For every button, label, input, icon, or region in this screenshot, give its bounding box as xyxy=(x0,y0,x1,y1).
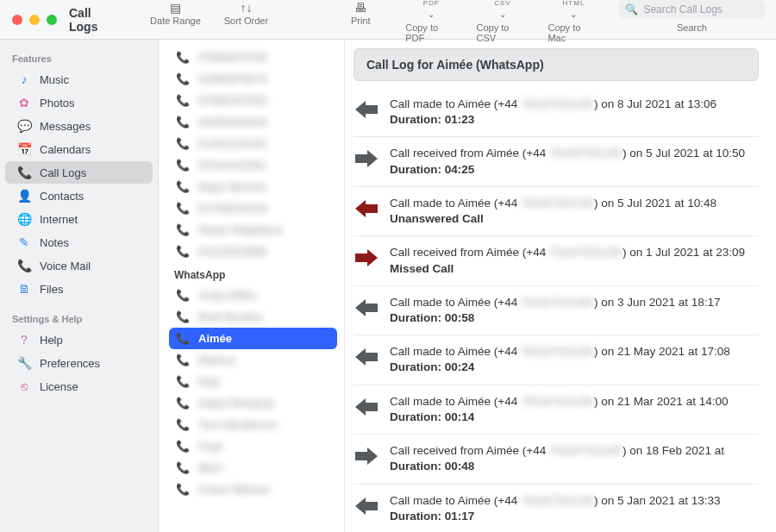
sidebar-item-label: Notes xyxy=(40,236,69,249)
contact-label: 01423010856 xyxy=(198,245,267,258)
sort-icon: ↑↓ xyxy=(240,0,252,16)
contact-row[interactable]: 📞Andy Giffen xyxy=(169,285,337,306)
outgoing-arrow-icon xyxy=(355,199,378,218)
contact-row[interactable]: 📞01423010856 xyxy=(169,241,337,262)
call-log-row[interactable]: Call made to Aimée (+44 7816703145) on 8… xyxy=(354,88,759,137)
sidebar-item-voice-mail[interactable]: 📞Voice Mail xyxy=(5,254,153,277)
date-range-button[interactable]: ▤ Date Range xyxy=(149,0,201,26)
search-label: Search xyxy=(677,22,707,33)
call-log-text: Call made to Aimée (+44 7816703145) on 5… xyxy=(390,493,754,524)
contact-row[interactable]: 📞Stuart Neighbour xyxy=(169,219,337,241)
phone-icon: 📞 xyxy=(176,354,190,366)
contact-row[interactable]: 📞02000044434 xyxy=(169,111,337,133)
phone-number-masked: 7816703145 xyxy=(521,295,594,310)
copy-pdf-button[interactable]: PDF ⌄ Copy to PDF xyxy=(405,0,457,43)
contact-row[interactable]: 📞Mom xyxy=(169,457,337,479)
contact-row[interactable]: 📞01890570074 xyxy=(169,68,337,90)
contact-row[interactable]: 📞07890347000 xyxy=(169,90,337,111)
contact-label: 02000044434 xyxy=(198,116,267,128)
call-log-description: Call received from Aimée ( xyxy=(390,246,526,259)
contact-row[interactable]: 📞Mayo Benson xyxy=(169,176,337,197)
sidebar-item-photos[interactable]: ✿Photos xyxy=(5,91,153,114)
phone-icon: 📞 xyxy=(176,51,190,64)
call-log-detail[interactable]: Call Log for Aimée (WhatsApp) Call made … xyxy=(345,40,776,532)
copy-mac-button[interactable]: HTML ⌄ Copy to Mac xyxy=(548,0,599,43)
sidebar-section-settings: Settings & Help xyxy=(0,309,158,328)
call-log-row[interactable]: Call made to Aimée (+44 7816703145) on 2… xyxy=(354,335,759,385)
call-log-row[interactable]: Call made to Aimée (+44 7816703145) on 2… xyxy=(354,385,759,435)
svg-marker-5 xyxy=(355,348,378,366)
contact-row[interactable]: 📞Grace Watson xyxy=(169,479,337,500)
titlebar: Call Logs ▤ Date Range ↑↓ Sort Order 🖶 P… xyxy=(0,0,776,40)
sidebar-item-music[interactable]: ♪Music xyxy=(5,68,153,91)
window-minimize-button[interactable] xyxy=(29,15,40,25)
sidebar-item-license[interactable]: ⎋License xyxy=(5,375,153,397)
phone-prefix: +44 xyxy=(498,296,521,309)
sidebar-item-label: License xyxy=(40,380,78,393)
contact-row[interactable]: 📞01302133192 xyxy=(169,133,337,154)
phone-icon: 📞 xyxy=(176,461,190,474)
call-log-datetime: ) on 18 Feb 2021 at xyxy=(623,444,724,457)
contacts-icon: 👤 xyxy=(17,189,31,203)
sidebar-item-label: Voice Mail xyxy=(40,260,91,272)
copy-csv-button[interactable]: CSV ⌄ Copy to CSV xyxy=(477,0,529,43)
contact-row[interactable]: 📞02310122061 xyxy=(169,154,337,176)
printer-icon: 🖶 xyxy=(354,0,366,16)
call-log-datetime: ) on 5 Jan 2021 at 13:33 xyxy=(594,494,720,507)
contact-row[interactable]: 📞Dad xyxy=(169,371,337,392)
phone-icon: 📞 xyxy=(176,116,190,128)
contact-label: 01302133192 xyxy=(198,137,267,150)
call-log-row[interactable]: Call made to Aimée (+44 7816703145) on 5… xyxy=(354,485,759,533)
sidebar-item-messages[interactable]: 💬Messages xyxy=(5,115,153,137)
sidebar-item-notes[interactable]: ✎Notes xyxy=(5,231,153,253)
music-icon: ♪ xyxy=(17,72,31,86)
sidebar-item-files[interactable]: 🗎Files xyxy=(5,278,153,300)
contact-row[interactable]: 📞Tom Henderson xyxy=(169,414,337,435)
phone-number-masked: 7816703145 xyxy=(549,146,623,161)
phone-number-masked: 7816703145 xyxy=(521,97,594,112)
sidebar-item-label: Internet xyxy=(40,213,78,226)
contact-row[interactable]: 📞Markus xyxy=(169,349,337,371)
sidebar-item-help[interactable]: ?Help xyxy=(5,329,153,351)
contact-label: Brett Boulton xyxy=(198,310,263,323)
contact-row[interactable]: 📞Brett Boulton xyxy=(169,306,337,328)
search-input[interactable]: 🔍 Search Call Logs xyxy=(618,0,765,19)
sort-order-label: Sort Order xyxy=(224,16,268,26)
call-log-duration: Duration: 04:25 xyxy=(390,162,754,178)
call-log-row[interactable]: Call made to Aimée (+44 7816703145) on 5… xyxy=(354,187,759,236)
call-log-row[interactable]: Call received from Aimée (+44 7816703145… xyxy=(354,435,759,484)
sidebar-item-internet[interactable]: 🌐Internet xyxy=(5,208,153,230)
call-log-datetime: ) on 5 Jul 2021 at 10:48 xyxy=(594,197,717,210)
svg-marker-6 xyxy=(355,398,378,416)
contact-row[interactable]: 📞Faye xyxy=(169,435,337,457)
sidebar-item-calendars[interactable]: 📅Calendars xyxy=(5,138,153,160)
call-log-text: Call received from Aimée (+44 7816703145… xyxy=(390,443,754,474)
sort-order-button[interactable]: ↑↓ Sort Order xyxy=(220,0,272,26)
call-log-duration: Duration: 01:17 xyxy=(390,509,754,524)
call-log-text: Call made to Aimée (+44 7816703145) on 2… xyxy=(390,344,754,375)
notes-icon: ✎ xyxy=(17,235,31,249)
print-button[interactable]: 🖶 Print xyxy=(335,0,386,26)
phone-icon: 📞 xyxy=(176,202,190,215)
call-log-row[interactable]: Call made to Aimée (+44 7816703145) on 3… xyxy=(354,286,759,335)
main-body: Features ♪Music✿Photos💬Messages📅Calendar… xyxy=(0,40,776,532)
call-log-description: Call made to Aimée ( xyxy=(390,197,498,210)
window-maximize-button[interactable] xyxy=(47,15,57,25)
contact-label: Tom Henderson xyxy=(198,418,278,431)
call-log-row[interactable]: Call received from Aimée (+44 7816703145… xyxy=(354,137,759,186)
contact-label: 07890347000 xyxy=(198,94,267,107)
contact-row[interactable]: 📞Adam Richards xyxy=(169,392,337,414)
window-close-button[interactable] xyxy=(12,15,22,25)
sidebar-item-preferences[interactable]: 🔧Preferences xyxy=(5,352,153,374)
contact-label: 01890570074 xyxy=(198,72,267,85)
contact-list[interactable]: 📞07900070700📞01890570074📞07890347000📞020… xyxy=(159,40,345,532)
contact-row[interactable]: 📞07900070700 xyxy=(169,47,337,68)
call-log-duration: Duration: 00:58 xyxy=(390,310,754,326)
contact-row[interactable]: 📞01780024150 xyxy=(169,197,337,219)
sidebar-item-contacts[interactable]: 👤Contacts xyxy=(5,185,153,207)
call-log-row[interactable]: Call received from Aimée (+44 7816703145… xyxy=(354,236,759,285)
contact-row[interactable]: 📞Aimée xyxy=(169,328,337,349)
call-log-duration: Missed Call xyxy=(390,261,754,277)
print-label: Print xyxy=(351,16,371,26)
sidebar-item-call-logs[interactable]: 📞Call Logs xyxy=(5,161,153,184)
